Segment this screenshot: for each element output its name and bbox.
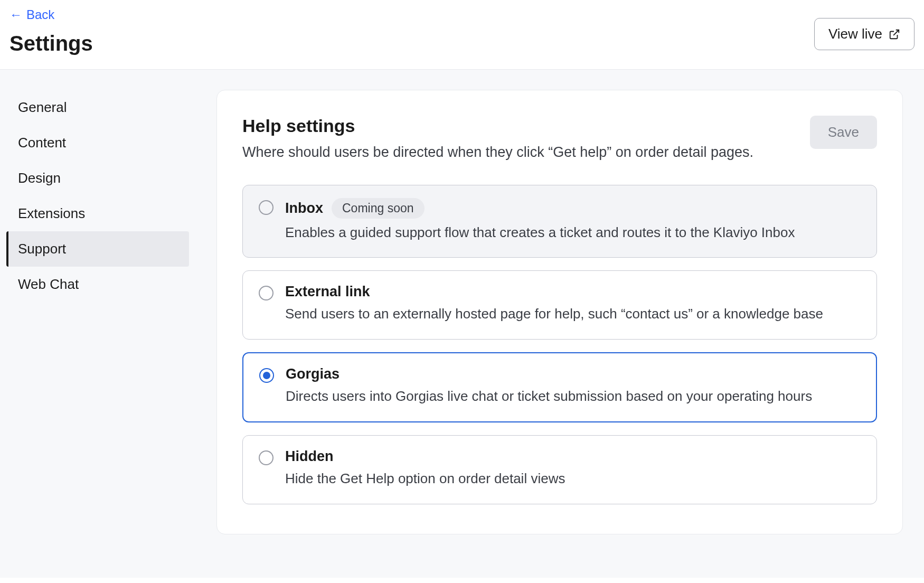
page-title: Settings xyxy=(10,32,93,55)
card-title-block: Help settings Where should users be dire… xyxy=(242,116,810,163)
option-title: Gorgias xyxy=(286,366,340,382)
sidebar-item-label: Web Chat xyxy=(18,276,79,292)
settings-sidebar: General Content Design Extensions Suppor… xyxy=(0,70,195,578)
option-inbox: Inbox Coming soon Enables a guided suppo… xyxy=(242,185,877,258)
card-header: Help settings Where should users be dire… xyxy=(242,116,877,163)
option-gorgias[interactable]: Gorgias Directs users into Gorgias live … xyxy=(242,352,877,422)
arrow-left-icon: ← xyxy=(10,8,22,21)
option-content: Gorgias Directs users into Gorgias live … xyxy=(286,366,860,407)
sidebar-item-label: Support xyxy=(18,241,66,257)
help-settings-card: Help settings Where should users be dire… xyxy=(216,90,903,534)
body-wrap: General Content Design Extensions Suppor… xyxy=(0,70,924,578)
sidebar-item-label: Design xyxy=(18,170,61,186)
option-title-row: External link xyxy=(285,284,861,300)
sidebar-item-extensions[interactable]: Extensions xyxy=(6,196,189,231)
radio-gorgias[interactable] xyxy=(259,368,274,383)
radio-hidden[interactable] xyxy=(259,450,274,465)
option-title: Inbox xyxy=(285,200,323,217)
option-content: Hidden Hide the Get Help option on order… xyxy=(285,448,861,489)
sidebar-item-label: Content xyxy=(18,135,66,151)
option-title: External link xyxy=(285,284,370,300)
sidebar-item-design[interactable]: Design xyxy=(6,161,189,196)
header-left: ← Back Settings xyxy=(10,7,93,55)
coming-soon-badge: Coming soon xyxy=(332,198,425,219)
view-live-button[interactable]: View live xyxy=(814,18,914,50)
settings-content: Help settings Where should users be dire… xyxy=(195,70,924,578)
option-description: Directs users into Gorgias live chat or … xyxy=(286,387,860,407)
option-title-row: Inbox Coming soon xyxy=(285,198,861,219)
page-header: ← Back Settings View live xyxy=(0,0,924,70)
sidebar-item-label: Extensions xyxy=(18,205,85,221)
option-title-row: Gorgias xyxy=(286,366,860,382)
back-link[interactable]: ← Back xyxy=(10,7,54,22)
option-external-link[interactable]: External link Send users to an externall… xyxy=(242,270,877,340)
external-link-icon xyxy=(889,29,900,40)
option-description: Send users to an externally hosted page … xyxy=(285,304,861,324)
option-content: External link Send users to an externall… xyxy=(285,284,861,324)
option-description: Enables a guided support flow that creat… xyxy=(285,223,861,243)
sidebar-item-label: General xyxy=(18,99,67,115)
view-live-label: View live xyxy=(828,26,882,42)
sidebar-item-web-chat[interactable]: Web Chat xyxy=(6,267,189,302)
sidebar-item-general[interactable]: General xyxy=(6,90,189,125)
back-label: Back xyxy=(26,7,54,22)
card-subtitle: Where should users be directed when they… xyxy=(242,143,810,163)
svg-line-0 xyxy=(893,30,899,35)
sidebar-item-support[interactable]: Support xyxy=(6,231,189,267)
radio-inbox xyxy=(259,200,274,215)
option-content: Inbox Coming soon Enables a guided suppo… xyxy=(285,198,861,243)
save-button[interactable]: Save xyxy=(810,116,877,149)
option-description: Hide the Get Help option on order detail… xyxy=(285,469,861,489)
card-title: Help settings xyxy=(242,116,810,136)
option-hidden[interactable]: Hidden Hide the Get Help option on order… xyxy=(242,435,877,504)
option-title: Hidden xyxy=(285,448,334,465)
option-title-row: Hidden xyxy=(285,448,861,465)
radio-external-link[interactable] xyxy=(259,286,274,300)
sidebar-item-content[interactable]: Content xyxy=(6,125,189,161)
